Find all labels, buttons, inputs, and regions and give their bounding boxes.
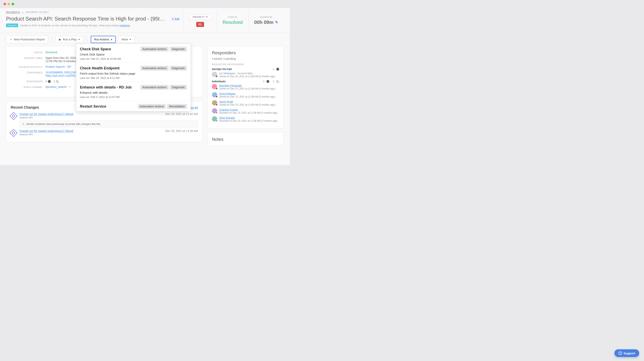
action-item[interactable]: Enhance with details - RD Job Automation…	[76, 82, 190, 101]
change-timestamp: Dec 23, 2021 at 11:42 AM	[165, 112, 198, 116]
avatar: L✓	[212, 72, 217, 77]
divider	[87, 37, 87, 42]
change-timestamp: Dec 23, 2021 at 11:39 AM	[165, 129, 198, 133]
change-link[interactable]: Puppet run for master-prdsrchsvc17-sfpro…	[20, 112, 73, 116]
avatar: ✓	[212, 100, 217, 105]
action-item[interactable]: Check Health Endpoint Automation Actions…	[76, 63, 190, 82]
responder-row: ✓ Aamir Rudd Joined on Dec 23, 2021 at 1…	[212, 100, 279, 106]
responder-status: Joined on Dec 23, 2021 at 11:58 AM (3 mo…	[219, 87, 279, 90]
action-last-run: Last run: Mar 16, 2022 at 8:11 AM	[80, 76, 187, 79]
change-link[interactable]: Puppet run for master-prdsrchsvc17-sfpro…	[20, 129, 73, 133]
priority-box: PRIORITY P1	[183, 11, 217, 30]
responder-name-link[interactable]: Greg Delgado	[219, 92, 236, 95]
action-tag: Automation Actions	[138, 104, 166, 109]
edit-title-button[interactable]: ✎ Edit	[172, 17, 179, 20]
breadcrumb-root-link[interactable]: INCIDENTS	[6, 11, 20, 14]
caret-down-icon	[130, 39, 131, 40]
responder-row: ✓ Rachelle Fitzgerald Joined on Dec 23, …	[212, 84, 279, 90]
duration-value: 00h 09m	[254, 19, 274, 25]
action-description: Fetch output from the GitHub status page	[80, 72, 187, 75]
slash-circle-icon	[276, 80, 279, 83]
status-label: STATUS	[12, 51, 43, 54]
slack-channel-link[interactable]: #product_search	[46, 85, 66, 88]
joined-badge-icon: ✓	[215, 75, 218, 77]
remove-slack-icon[interactable]: ✕	[68, 85, 71, 88]
responder-name-link[interactable]: Rachelle Fitzgerald	[219, 84, 242, 87]
caret-down-icon	[206, 16, 208, 17]
action-title: Check Health Endpoint	[80, 66, 120, 70]
action-last-run: Last run: Feb 21, 2022 at 10:00 AM	[80, 57, 187, 60]
run-actions-button[interactable]: Run Actions	[91, 36, 116, 43]
action-tag: Remediation	[167, 104, 187, 109]
action-title: Enhance with details - RD Job	[80, 85, 132, 89]
action-item[interactable]: Check Disk Space Automation ActionsDiagn…	[76, 44, 190, 63]
run-actions-dropdown: Check Disk Space Automation ActionsDiagn…	[76, 44, 191, 111]
declined-badge-icon: ⦸	[215, 111, 218, 114]
past-incidents-link[interactable]: incidents	[119, 24, 130, 27]
change-row: Puppet run for master-prdsrchsvc17-sfpro…	[11, 112, 198, 127]
duration-box: DURATION 00h 09m ✎	[248, 11, 284, 30]
chevron-right-icon: ❯	[22, 11, 24, 13]
responder-name-link[interactable]: Liz Velasques	[219, 72, 235, 75]
recent-changes-title: Recent Changes	[11, 105, 39, 110]
responder-status: Joined on Dec 23, 2021 at 11:58 AM (3 mo…	[219, 75, 279, 78]
responder-status: Joined on Dec 23, 2021 at 11:58 AM (3 mo…	[219, 95, 279, 98]
responder-name-link[interactable]: Aamir Rudd	[219, 100, 233, 103]
responder-row: L✓ Liz Velasques , Account Man… Joined o…	[212, 72, 279, 78]
new-postmortem-button[interactable]: ＋ New Postmortem Report	[6, 35, 48, 43]
priority-dropdown-button[interactable]: PRIORITY	[189, 14, 211, 20]
incident-times-label: INCIDENT TIMES	[12, 56, 43, 59]
conference-label: CONFERENCE	[12, 71, 43, 74]
responder-name-link[interactable]: Charlize Cooper	[219, 108, 238, 111]
action-item[interactable]: Restart Service Automation ActionsRemedi…	[76, 101, 190, 111]
edit-duration-icon[interactable]: ✎	[275, 20, 278, 24]
responder-row: ⦸ Charlize Cooper Declined on Dec 23, 20…	[212, 108, 279, 114]
notes-card: Notes	[207, 133, 284, 146]
change-service: Search API	[20, 133, 198, 136]
warning-icon: ⚠	[22, 122, 24, 125]
edit-label: Edit	[175, 17, 179, 20]
action-tag: Diagnostic	[170, 47, 187, 51]
change-icon	[10, 112, 18, 120]
responder-row: ✓ Greg Delgado Joined on Dec 23, 2021 at…	[212, 92, 279, 98]
individuals-group-header: Individuals 3 ✓ 2	[212, 80, 279, 83]
plus-icon: ＋	[10, 38, 12, 41]
window-minimize-icon[interactable]	[8, 3, 10, 5]
change-icon	[10, 129, 18, 137]
oncall-group-header: SecOps On-Call 1 ✓	[212, 67, 279, 71]
responders-card: Responders 4 joined, 0 pending REQUESTED…	[207, 46, 284, 128]
duration-label: DURATION	[260, 16, 272, 18]
status-label: STATUS	[228, 16, 237, 18]
action-last-run: Last run: Feb 3, 2022 at 12:07 PM	[80, 95, 187, 98]
status-value: Resolved	[222, 19, 243, 25]
action-tag: Diagnostic	[170, 85, 187, 90]
escalation-policy-link[interactable]: Product Search - EP	[46, 65, 71, 68]
action-toolbar: ＋ New Postmortem Report ▶ Run a Play Run…	[0, 33, 290, 46]
more-button[interactable]: More	[118, 36, 135, 43]
window-zoom-icon[interactable]	[12, 3, 14, 5]
notes-title: Notes	[212, 137, 279, 142]
responder-name-link[interactable]: Alton Estrada	[219, 116, 235, 119]
play-icon: ▶	[59, 38, 61, 41]
action-title: Restart Service	[80, 104, 106, 109]
responders-label: RESPONDERS	[12, 80, 43, 83]
breadcrumb: INCIDENTS ❯ INCIDENT #212527	[6, 11, 179, 14]
joined-badge-icon: ✓	[215, 95, 218, 98]
window-close-icon[interactable]	[4, 3, 6, 5]
check-circle-icon: ✓	[48, 80, 51, 83]
breadcrumb-current: INCIDENT #212527	[26, 11, 49, 14]
check-circle-icon: ✓	[266, 80, 269, 83]
priority-badge: P1	[196, 22, 204, 27]
slash-circle-icon	[56, 80, 59, 83]
window-titlebar	[0, 0, 290, 8]
avatar: ✓	[212, 84, 217, 89]
slack-channel-label: SLACK CHANNEL	[12, 85, 43, 88]
declined-badge-icon: ⦸	[215, 119, 218, 122]
run-play-button[interactable]: ▶ Run a Play	[56, 36, 83, 43]
action-description: Enhance with details	[80, 91, 187, 94]
responder-status: Declined on Dec 23, 2021 at 11:58 AM (3 …	[219, 111, 279, 114]
avatar: ⦸	[212, 116, 217, 121]
similar-incidents-text: Similar to 91% of incidents on this serv…	[20, 24, 131, 27]
action-tag: Automation Actions	[140, 66, 169, 71]
caret-up-icon	[111, 39, 112, 40]
